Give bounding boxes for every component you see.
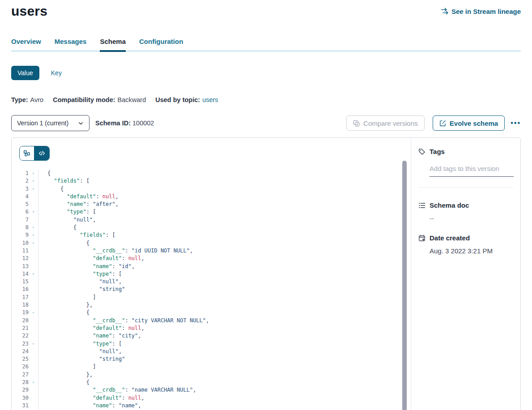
fold-toggle-icon[interactable]: ▾ [29,170,38,177]
version-select-value: Version 1 (current) [17,120,68,127]
code-text: { [38,224,77,231]
code-line: 11 "__crdb__": "id UUID NOT NULL", [12,247,411,255]
compare-versions-button[interactable]: Compare versions [346,115,425,131]
fold-toggle-icon[interactable]: ▾ [29,340,38,348]
fold-toggle-icon[interactable]: ▾ [29,185,38,193]
key-toggle-button[interactable]: Key [51,69,62,77]
date-created-section: Date created Aug. 3 2022 3:21 PM [418,234,513,255]
code-text: "__crdb__": "city VARCHAR NOT NULL", [38,317,209,325]
fold-toggle-icon[interactable]: ▾ [29,231,38,239]
code-line: 18 }, [12,301,411,309]
line-number: 12 [12,255,29,262]
code-line: 9▾ "fields": [ [12,231,411,239]
code-line: 7 "null", [12,216,411,224]
version-select[interactable]: Version 1 (current) [11,115,89,131]
code-text: "null", [38,278,122,286]
code-line: 21 "default": null, [12,325,411,332]
code-line: 15 "null", [12,278,411,286]
line-number: 1 [12,170,29,177]
code-line: 3▾ { [12,185,411,193]
code-line: 26 ] [12,363,411,371]
calendar-plus-icon [418,235,426,242]
line-number: 28 [12,379,29,386]
code-line: 16 "string" [12,286,411,293]
schema-id: Schema ID: 100002 [95,120,154,127]
code-line: 12 "default": null, [12,255,411,262]
add-tags-input[interactable] [430,165,514,177]
code-text: "default": null, [38,255,145,262]
fold-toggle-icon[interactable]: ▾ [29,177,38,185]
date-created-title: Date created [430,234,470,242]
code-scrollbar[interactable] [402,161,407,410]
tags-title: Tags [430,148,445,155]
line-number: 15 [12,278,29,286]
fold-spacer [29,216,38,224]
code-text: { [38,239,89,247]
code-text: ] [38,294,96,301]
date-created-header: Date created [418,234,513,242]
code-text: { [38,170,51,177]
compare-versions-label: Compare versions [363,120,418,127]
meta-topic-label: Used by topic: [155,96,200,103]
line-number: 24 [12,348,29,355]
schema-page: users See in Stream lineage Overview Mes… [0,4,532,131]
code-line: 27 }, [12,371,411,379]
schema-code-pane: 1▾{2▾ "fields": [3▾ {4 "default": null,5… [12,138,411,410]
fold-toggle-icon[interactable]: ▾ [29,379,38,386]
line-number: 6 [12,208,29,216]
line-number: 31 [12,402,29,410]
more-options-button[interactable]: ••• [511,120,521,127]
fold-spacer [29,317,38,325]
fold-spacer [29,294,38,301]
tab-bar: Overview Messages Schema Configuration [11,38,521,52]
line-number: 5 [12,201,29,208]
chevron-down-icon [78,120,84,126]
line-number: 20 [12,317,29,325]
code-line: 30 "default": null, [12,394,411,402]
fold-spacer [29,247,38,255]
tree-view-icon[interactable] [20,146,34,160]
code-line: 22 "name": "city", [12,332,411,340]
tab-configuration[interactable]: Configuration [139,38,183,52]
line-number: 17 [12,294,29,301]
tab-overview[interactable]: Overview [11,38,41,52]
stream-lineage-link[interactable]: See in Stream lineage [441,8,521,15]
line-number: 11 [12,247,29,255]
meta-topic-link[interactable]: users [202,96,218,103]
tag-icon [418,148,426,155]
code-line: 25 "string" [12,355,411,363]
tab-schema[interactable]: Schema [100,38,126,52]
schema-doc-title: Schema doc [430,201,469,209]
code-text: "default": null, [38,325,145,332]
meta-type-value: Avro [30,96,44,103]
code-line: 10▾ { [12,239,411,247]
stream-lineage-icon [441,8,448,15]
line-number: 13 [12,263,29,270]
meta-type-label: Type: [11,96,28,103]
line-number: 8 [12,224,29,231]
code-text: "type": [ [38,208,96,216]
value-toggle-button[interactable]: Value [11,66,39,80]
meta-compatibility-value: Backward [118,96,146,103]
code-text: "string" [38,355,125,363]
fold-toggle-icon[interactable]: ▾ [29,208,38,216]
fold-toggle-icon[interactable]: ▾ [29,239,38,247]
line-number: 9 [12,231,29,239]
fold-spacer [29,263,38,270]
fold-spacer [29,301,38,309]
code-text: "type": [ [38,270,122,278]
tab-messages[interactable]: Messages [55,38,87,52]
evolve-schema-button[interactable]: Evolve schema [433,115,505,131]
evolve-schema-label: Evolve schema [450,120,498,127]
code-text: "name": "after", [38,201,119,208]
fold-spacer [29,332,38,340]
schema-doc-value: -- [430,214,513,222]
fold-toggle-icon[interactable]: ▾ [29,224,38,231]
fold-toggle-icon[interactable]: ▾ [29,309,38,316]
fold-toggle-icon[interactable]: ▾ [29,270,38,278]
code-view-icon[interactable] [34,146,49,160]
meta-used-by-topic: Used by topic:users [155,96,218,103]
fold-spacer [29,355,38,363]
code-line: 1▾{ [12,170,411,177]
meta-compatibility-label: Compatibility mode: [53,96,115,103]
